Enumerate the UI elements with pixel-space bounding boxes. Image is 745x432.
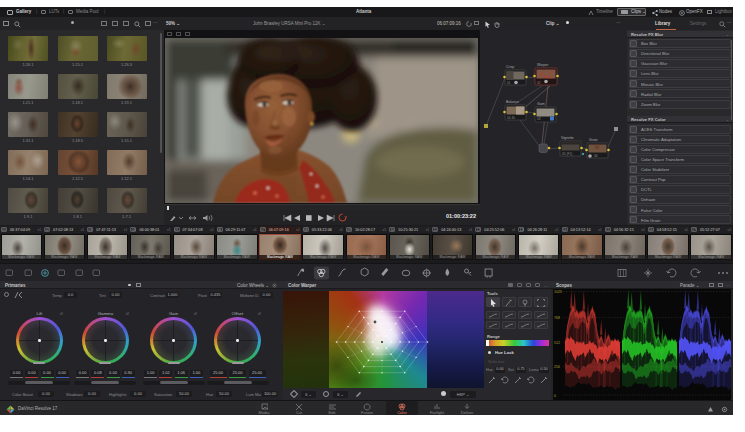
svg-text:768: 768 <box>554 316 560 320</box>
svg-text:Grain: Grain <box>589 138 598 142</box>
svg-text:512: 512 <box>554 341 560 345</box>
svg-text:Vignette: Vignette <box>561 136 574 140</box>
svg-text:Gam: Gam <box>537 102 545 106</box>
svg-text:01: 01 <box>507 81 511 85</box>
svg-text:02: 02 <box>537 81 541 85</box>
svg-text:03: 03 <box>537 117 541 121</box>
svg-text:Balance: Balance <box>506 100 519 104</box>
svg-text:06: 06 <box>594 154 598 158</box>
svg-text:0: 0 <box>554 394 556 398</box>
svg-text:256: 256 <box>554 365 560 369</box>
svg-text:04 4k: 04 4k <box>507 116 515 120</box>
svg-text:05 (F1): 05 (F1) <box>562 152 572 156</box>
svg-text:1023: 1023 <box>554 290 562 294</box>
svg-text:Crisp: Crisp <box>506 65 514 69</box>
svg-text:Warper: Warper <box>537 63 549 67</box>
